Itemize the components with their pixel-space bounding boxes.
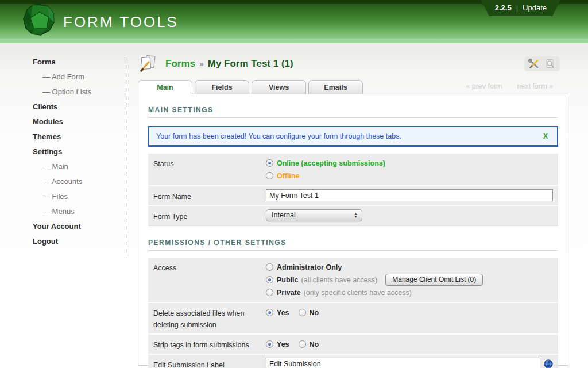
version-separator: | [516, 3, 518, 12]
header-banner: FORM TOOLS 2.2.5 | Update [0, 4, 588, 39]
magnifier-page-icon [545, 59, 555, 69]
form-type-select[interactable]: Internal ▲▼ [266, 209, 362, 221]
breadcrumb-separator: » [199, 59, 204, 68]
edit-submission-label: Edit Submission Label [153, 358, 266, 368]
delete-files-label: Delete associated files when deleting su… [153, 306, 266, 331]
sidebar-item-option-lists[interactable]: — Option Lists [33, 87, 125, 96]
sidebar-item-modules[interactable]: Modules [33, 117, 125, 126]
tab-views[interactable]: Views [252, 80, 306, 94]
access-label: Access [153, 260, 266, 299]
status-label: Status [153, 156, 266, 182]
delete-files-yes-radio[interactable] [266, 309, 273, 316]
edit-submission-row: Edit Submission Label [148, 355, 558, 368]
strip-tags-label: Strip tags in form submissions [153, 338, 266, 351]
prev-form-link[interactable]: « prev form [466, 82, 502, 90]
delete-files-no-label: No [310, 309, 319, 317]
access-public-detail: (all clients have access) [301, 276, 378, 284]
status-row: Status Online (accepting submissions) Of… [148, 154, 558, 186]
page-title: My Form Test 1 (1) [208, 58, 293, 70]
access-private-label: Private [277, 289, 301, 297]
edit-form-pages-icon [138, 54, 158, 74]
permissions-table: Access Administrator Only Public (all cl… [148, 258, 558, 368]
form-pager: « prev form next form » [466, 82, 553, 94]
strip-tags-yes-radio[interactable] [266, 340, 273, 348]
status-offline-radio[interactable] [266, 172, 273, 179]
sidebar-item-your-account[interactable]: Your Account [33, 222, 125, 231]
notice-message: Your form has been created! You can conf… [156, 132, 401, 140]
sidebar-item-settings-main[interactable]: — Main [33, 162, 125, 171]
access-admin-radio[interactable] [266, 263, 273, 271]
globe-icon[interactable] [544, 359, 553, 368]
main-settings-heading: MAIN SETTINGS [148, 106, 558, 118]
next-form-link[interactable]: next form » [517, 82, 553, 90]
strip-tags-no-label: No [310, 340, 319, 348]
brand-title: FORM TOOLS [63, 13, 179, 31]
notice-close-button[interactable]: X [541, 132, 550, 140]
permissions-heading: PERMISSIONS / OTHER SETTINGS [148, 239, 558, 251]
access-public-label: Public [277, 276, 299, 284]
sidebar-item-settings-accounts[interactable]: — Accounts [33, 177, 125, 186]
edit-tabs-button[interactable] [527, 58, 541, 70]
sidebar-item-settings-files[interactable]: — Files [33, 192, 125, 201]
main-content: Forms » My Form Test 1 (1) [138, 43, 568, 368]
tab-main[interactable]: Main [138, 80, 192, 94]
status-offline-label: Offline [277, 172, 300, 180]
version-number: 2.2.5 [495, 3, 512, 12]
settings-panel: MAIN SETTINGS Your form has been created… [138, 94, 568, 366]
sidebar-nav: Forms — Add Form — Option Lists Clients … [23, 57, 125, 258]
update-link[interactable]: Update [523, 3, 547, 12]
tab-fields[interactable]: Fields [195, 80, 249, 94]
access-private-detail: (only specific clients have access) [304, 289, 412, 297]
select-arrows-icon: ▲▼ [354, 212, 358, 218]
strip-tags-row: Strip tags in form submissions Yes No [148, 335, 558, 355]
formtools-logo-icon [22, 2, 56, 37]
header-light-strip [0, 39, 588, 43]
main-settings-table: Status Online (accepting submissions) Of… [148, 154, 558, 226]
access-row: Access Administrator Only Public (all cl… [148, 258, 558, 303]
sidebar-item-settings-menus[interactable]: — Menus [33, 207, 125, 216]
edit-submission-input[interactable] [266, 358, 540, 368]
page-body: Forms — Add Form — Option Lists Clients … [0, 43, 588, 368]
access-private-radio[interactable] [266, 289, 273, 296]
app-header: FORM TOOLS 2.2.5 | Update [0, 0, 588, 43]
breadcrumb: Forms » My Form Test 1 (1) [138, 53, 568, 74]
form-type-selected-value: Internal [272, 211, 296, 219]
tab-bar: Main Fields Views Emails « prev form nex… [138, 80, 568, 94]
manage-client-omit-list-button[interactable]: Manage Client Omit List (0) [385, 274, 483, 286]
sidebar-item-settings[interactable]: Settings [33, 147, 125, 156]
strip-tags-yes-label: Yes [277, 340, 289, 348]
sidebar-item-logout[interactable]: Logout [33, 237, 125, 246]
delete-files-no-radio[interactable] [299, 309, 306, 316]
delete-files-yes-label: Yes [277, 309, 289, 317]
sidebar-item-clients[interactable]: Clients [33, 102, 125, 111]
strip-tags-no-radio[interactable] [299, 340, 306, 348]
form-name-input[interactable] [266, 189, 553, 201]
sidebar-item-add-form[interactable]: — Add Form [33, 72, 125, 81]
sidebar-item-forms[interactable]: Forms [33, 57, 125, 66]
form-name-label: Form Name [153, 189, 266, 202]
version-badge: 2.2.5 | Update [481, 0, 560, 16]
access-public-radio[interactable] [266, 276, 273, 283]
wrench-screwdriver-icon [528, 59, 540, 69]
tab-emails[interactable]: Emails [308, 80, 363, 94]
status-online-label: Online (accepting submissions) [277, 159, 385, 167]
delete-files-row: Delete associated files when deleting su… [148, 303, 558, 335]
form-type-label: Form Type [153, 209, 266, 223]
status-online-radio[interactable] [266, 159, 273, 167]
preview-form-button[interactable] [543, 58, 557, 70]
sidebar-item-themes[interactable]: Themes [33, 132, 125, 141]
access-admin-label: Administrator Only [277, 263, 342, 271]
form-name-row: Form Name [148, 186, 558, 206]
form-type-row: Form Type Internal ▲▼ [148, 206, 558, 226]
success-notice: Your form has been created! You can conf… [148, 126, 558, 147]
page-tools [524, 56, 560, 71]
breadcrumb-section-forms[interactable]: Forms [165, 58, 195, 70]
